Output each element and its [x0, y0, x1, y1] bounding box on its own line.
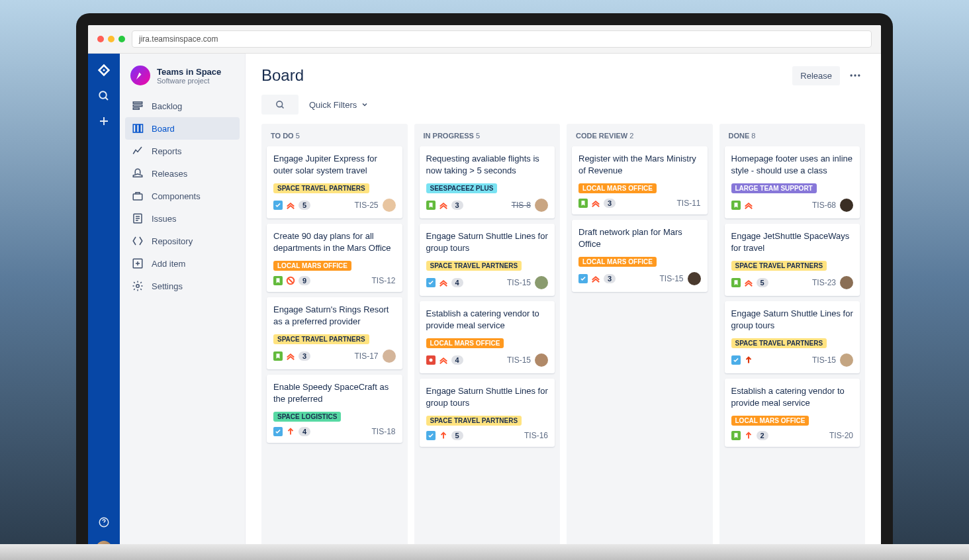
- priority-icon: [286, 276, 295, 285]
- column-header: CODE REVIEW 2: [572, 129, 708, 146]
- assignee-avatar: [840, 276, 853, 289]
- priority-icon: [286, 201, 295, 210]
- page-title: Board: [261, 66, 304, 85]
- svg-point-14: [858, 74, 860, 76]
- card-title: Register with the Mars Ministry of Reven…: [578, 153, 701, 176]
- project-header[interactable]: Teams in Space Software project: [125, 63, 240, 95]
- sidebar-item-reports[interactable]: Reports: [125, 140, 240, 162]
- epic-badge: SEESPACEEZ PLUS: [426, 183, 498, 193]
- epic-badge: LARGE TEAM SUPPORT: [731, 183, 817, 193]
- issue-card[interactable]: Engage Saturn Shuttle Lines for group to…: [420, 379, 555, 447]
- issue-card[interactable]: Engage Jupiter Express for outer solar s…: [267, 146, 402, 218]
- sidebar-item-settings[interactable]: Settings: [125, 275, 240, 297]
- svg-point-13: [854, 74, 856, 76]
- issue-type-icon: [426, 201, 436, 210]
- issue-key: TIS-15: [507, 355, 531, 365]
- sidebar-item-label: Repository: [152, 236, 193, 246]
- issue-key: TIS-15: [812, 355, 836, 365]
- epic-badge: SPACE TRAVEL PARTNERS: [731, 338, 827, 348]
- column-header: TO DO 5: [267, 129, 402, 146]
- card-title: Enable Speedy SpaceCraft as the preferre…: [273, 381, 396, 404]
- issue-card[interactable]: Register with the Mars Ministry of Reven…: [572, 146, 708, 214]
- story-points: 9: [299, 276, 310, 285]
- issue-card[interactable]: Requesting avaliable flights is now taki…: [420, 146, 555, 218]
- url-bar[interactable]: jira.teamsinspace.com: [132, 30, 872, 48]
- issue-type-icon: [273, 276, 283, 285]
- card-title: Engage Saturn Shuttle Lines for group to…: [426, 385, 549, 408]
- sidebar-item-backlog[interactable]: Backlog: [125, 95, 240, 117]
- story-points: 3: [451, 201, 463, 210]
- issue-card[interactable]: Homepage footer uses an inline style - s…: [725, 146, 860, 218]
- issue-type-icon: [731, 355, 741, 365]
- epic-badge: SPACE TRAVEL PARTNERS: [273, 183, 369, 193]
- epic-badge: LOCAL MARS OFFICE: [578, 183, 657, 193]
- issue-card[interactable]: Enable Speedy SpaceCraft as the preferre…: [267, 375, 402, 443]
- sidebar-item-releases[interactable]: Releases: [125, 162, 240, 185]
- board-search[interactable]: [261, 95, 299, 115]
- issue-card[interactable]: Engage Saturn Shuttle Lines for group to…: [420, 224, 555, 296]
- sidebar-item-board[interactable]: Board: [125, 117, 240, 140]
- assignee-avatar: [535, 199, 548, 212]
- sidebar-item-label: Settings: [152, 281, 183, 291]
- priority-icon: [591, 274, 600, 283]
- quick-filters-dropdown[interactable]: Quick Filters: [309, 100, 369, 110]
- priority-icon: [439, 278, 448, 287]
- assignee-avatar: [535, 353, 548, 367]
- story-points: 4: [451, 355, 463, 365]
- more-button[interactable]: [845, 66, 865, 85]
- window-close[interactable]: [97, 36, 104, 42]
- issue-card[interactable]: Create 90 day plans for all departments …: [267, 224, 402, 292]
- story-points: 4: [299, 427, 310, 436]
- sidebar-item-add[interactable]: Add item: [125, 252, 240, 275]
- project-sidebar: Teams in Space Software project BacklogB…: [120, 54, 246, 560]
- svg-rect-3: [133, 105, 142, 107]
- issue-card[interactable]: Engage JetShuttle SpaceWays for travel S…: [725, 224, 860, 296]
- search-icon[interactable]: [97, 89, 111, 103]
- board-column: IN PROGRESS 5 Requesting avaliable fligh…: [414, 124, 561, 546]
- board-column: CODE REVIEW 2 Register with the Mars Min…: [567, 124, 713, 546]
- window-minimize[interactable]: [108, 36, 115, 42]
- issue-type-icon: [731, 278, 741, 287]
- epic-badge: SPACE TRAVEL PARTNERS: [426, 416, 522, 426]
- svg-rect-7: [140, 124, 143, 132]
- add-icon: [132, 257, 144, 269]
- epic-badge: LOCAL MARS OFFICE: [731, 416, 809, 426]
- releases-icon: [132, 167, 144, 179]
- issue-card[interactable]: Engage Saturn's Rings Resort as a prefer…: [267, 297, 402, 369]
- issue-key: TIS-25: [354, 201, 378, 210]
- epic-badge: SPACE TRAVEL PARTNERS: [273, 334, 369, 344]
- global-nav: [88, 54, 120, 560]
- jira-logo-icon[interactable]: [97, 63, 111, 77]
- epic-badge: LOCAL MARS OFFICE: [273, 261, 351, 271]
- epic-badge: LOCAL MARS OFFICE: [426, 338, 504, 348]
- help-icon[interactable]: [97, 516, 111, 529]
- priority-icon: [439, 355, 448, 365]
- issue-card[interactable]: Draft network plan for Mars Office LOCAL…: [572, 220, 708, 292]
- sidebar-item-label: Backlog: [152, 101, 182, 111]
- issue-card[interactable]: Establish a catering vendor to provide m…: [420, 301, 555, 373]
- card-title: Establish a catering vendor to provide m…: [731, 385, 854, 408]
- column-header: DONE 8: [725, 129, 860, 146]
- issue-card[interactable]: Engage Saturn Shuttle Lines for group to…: [725, 301, 860, 373]
- sidebar-item-components[interactable]: Components: [125, 185, 240, 207]
- release-button[interactable]: Release: [792, 66, 840, 85]
- sidebar-item-repository[interactable]: Repository: [125, 230, 240, 252]
- priority-icon: [744, 201, 753, 210]
- board-icon: [132, 122, 144, 134]
- issue-key: TIS-12: [371, 276, 395, 285]
- issue-type-icon: [578, 199, 588, 208]
- sidebar-item-issues[interactable]: Issues: [125, 207, 240, 230]
- issue-type-icon: [426, 278, 436, 287]
- svg-rect-2: [133, 102, 142, 103]
- issue-type-icon: [273, 201, 283, 210]
- card-title: Draft network plan for Mars Office: [578, 226, 701, 250]
- sidebar-item-label: Board: [152, 124, 175, 134]
- issue-type-icon: [273, 427, 283, 436]
- svg-rect-4: [133, 108, 139, 109]
- create-icon[interactable]: [97, 115, 111, 128]
- svg-point-17: [429, 359, 432, 362]
- epic-badge: SPACE LOGISTICS: [273, 412, 341, 422]
- window-maximize[interactable]: [118, 36, 125, 42]
- chevron-down-icon: [361, 101, 369, 109]
- issue-card[interactable]: Establish a catering vendor to provide m…: [725, 379, 860, 447]
